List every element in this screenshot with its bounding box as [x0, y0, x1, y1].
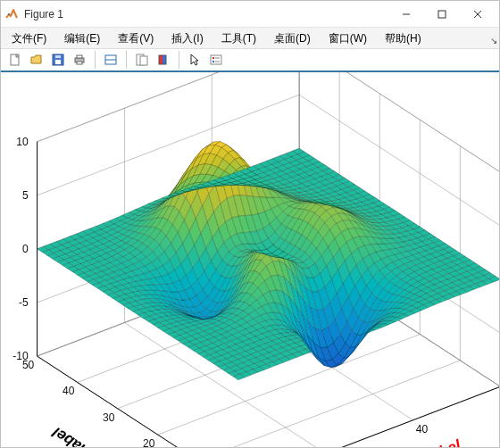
menu-file[interactable]: 文件(F) [3, 29, 55, 48]
svg-rect-11 [77, 62, 82, 64]
svg-text:40: 40 [62, 385, 75, 397]
link-axes-button[interactable] [101, 50, 121, 70]
new-figure-button[interactable] [5, 50, 25, 70]
svg-text:10: 10 [16, 136, 29, 148]
menubar: 文件(F) 编辑(E) 查看(V) 插入(I) 工具(T) 桌面(D) 窗口(W… [1, 28, 499, 49]
link-icon [104, 53, 118, 67]
matlab-figure-icon [4, 7, 19, 21]
svg-text:5: 5 [22, 189, 29, 202]
menu-label: 编辑(E) [64, 32, 100, 45]
titlebar: Figure 1 [1, 1, 499, 28]
window-title: Figure 1 [24, 8, 63, 21]
svg-text:50: 50 [22, 359, 35, 371]
open-button[interactable] [27, 50, 46, 70]
svg-text:30: 30 [103, 411, 115, 424]
print-button[interactable] [70, 50, 89, 70]
svg-rect-10 [77, 55, 82, 58]
save-button[interactable] [48, 50, 68, 70]
menu-label: 窗口(W) [329, 32, 367, 45]
insert-legend-button[interactable] [206, 50, 226, 70]
menu-window[interactable]: 窗口(W) [320, 29, 376, 48]
menu-label: 帮助(H) [385, 32, 421, 45]
data-cursor-icon [135, 53, 149, 67]
svg-text:-5: -5 [19, 296, 29, 309]
menu-tools[interactable]: 工具(T) [212, 29, 265, 48]
save-icon [51, 53, 65, 67]
y-axis-label: This is a y label [48, 423, 153, 447]
svg-rect-17 [162, 55, 166, 64]
svg-rect-8 [55, 55, 61, 58]
legend-icon [209, 53, 223, 67]
maximize-button[interactable] [424, 1, 460, 28]
data-cursor-button[interactable] [132, 50, 152, 70]
new-file-icon [8, 53, 22, 67]
menu-label: 文件(F) [12, 32, 46, 45]
svg-rect-16 [159, 55, 162, 64]
menu-insert[interactable]: 插入(I) [162, 29, 212, 48]
menu-label: 工具(T) [221, 32, 256, 45]
close-button[interactable] [460, 1, 496, 28]
minimize-button[interactable] [388, 1, 424, 28]
svg-rect-2 [438, 11, 446, 18]
menu-help[interactable]: 帮助(H) [376, 29, 430, 48]
svg-rect-7 [55, 60, 61, 64]
svg-point-0 [8, 13, 10, 15]
dock-menu-icon[interactable]: ↘ [490, 36, 497, 46]
svg-text:20: 20 [143, 437, 155, 447]
open-folder-icon [29, 53, 44, 67]
toolbar [1, 49, 499, 72]
colorbar-icon [156, 53, 171, 67]
edit-plot-button[interactable] [185, 50, 204, 70]
insert-colorbar-button[interactable] [154, 50, 173, 70]
pointer-icon [188, 53, 202, 67]
menu-edit[interactable]: 编辑(E) [55, 29, 109, 48]
menu-label: 查看(V) [118, 32, 154, 45]
print-icon [72, 53, 87, 67]
axes-3d[interactable]: -10-50510020406001020304050 This is an x… [1, 72, 499, 447]
svg-rect-19 [211, 55, 221, 64]
menu-desktop[interactable]: 桌面(D) [265, 29, 320, 48]
svg-text:40: 40 [416, 423, 429, 436]
svg-rect-15 [140, 56, 147, 65]
menu-view[interactable]: 查看(V) [109, 29, 162, 48]
svg-text:0: 0 [22, 243, 29, 255]
menu-label: 桌面(D) [274, 32, 311, 45]
menu-label: 插入(I) [171, 32, 203, 45]
